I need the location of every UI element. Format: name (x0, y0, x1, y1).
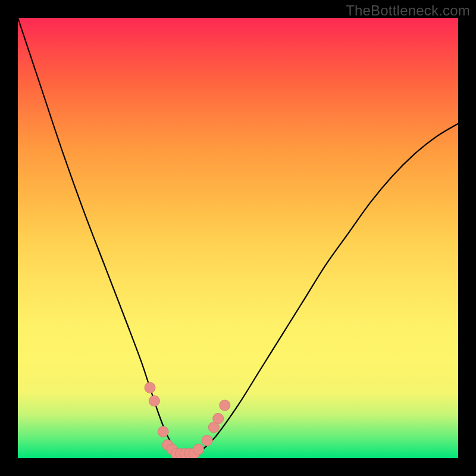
curve-marker (149, 396, 159, 406)
chart-frame: TheBottleneck.com (0, 0, 476, 476)
bottleneck-curve-line (18, 18, 458, 455)
chart-svg (18, 18, 458, 458)
curve-marker (158, 427, 168, 437)
curve-marker (220, 400, 230, 411)
curve-marker (193, 444, 203, 455)
curve-marker (202, 435, 212, 446)
curve-markers (145, 383, 230, 458)
chart-plot-area (18, 18, 458, 458)
curve-marker (213, 413, 224, 424)
curve-marker (145, 383, 155, 393)
watermark-text: TheBottleneck.com (346, 2, 470, 19)
